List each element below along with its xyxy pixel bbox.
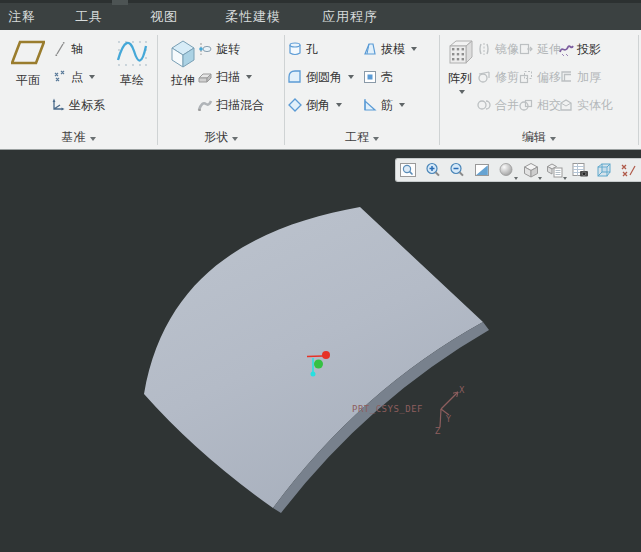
point-label: 点 xyxy=(71,69,83,86)
axis-x-label: X xyxy=(459,386,465,395)
group-expand-arrow-icon xyxy=(232,137,238,141)
tab-tools[interactable]: 工具 xyxy=(75,8,103,26)
sweep-icon xyxy=(197,69,213,85)
dropdown-arrow-icon xyxy=(459,90,465,94)
solidify-label: 实体化 xyxy=(577,97,613,114)
group-expand-arrow-icon xyxy=(373,137,379,141)
model-scene: PRT_CSYS_DEF X Y Z xyxy=(0,151,641,552)
sweep-button[interactable]: 扫描 xyxy=(197,66,252,88)
chamfer-label: 倒角 xyxy=(306,97,330,114)
tab-annotate[interactable]: 注释 xyxy=(8,8,36,26)
menu-bar: 注释 工具 视图 柔性建模 应用程序 xyxy=(0,0,641,30)
solidify-button: 实体化 xyxy=(558,94,613,116)
zoom-window-button[interactable] xyxy=(396,159,421,181)
group-expand-arrow-icon xyxy=(550,137,556,141)
thicken-label: 加厚 xyxy=(577,69,601,86)
trim-icon xyxy=(476,69,492,85)
plane-button[interactable]: 平面 xyxy=(6,36,50,87)
pattern-label: 阵列 xyxy=(448,71,472,85)
draft-button[interactable]: 拔模 xyxy=(362,38,417,60)
group-expand-arrow-icon xyxy=(90,137,96,141)
dropdown-arrow-icon xyxy=(89,75,95,79)
merge-button: 合并 xyxy=(476,94,519,116)
revolve-icon xyxy=(197,41,213,57)
dropdown-arrow-icon xyxy=(246,75,252,79)
group-shapes: 拉伸 旋转 扫描 xyxy=(158,30,284,150)
extend-icon xyxy=(518,41,534,57)
revolve-label: 旋转 xyxy=(216,41,240,58)
display-style-button[interactable] xyxy=(519,159,544,181)
graphics-viewport[interactable]: PRT_CSYS_DEF X Y Z xyxy=(0,151,641,552)
chamfer-icon xyxy=(287,97,303,113)
extend-button: 延伸 xyxy=(518,38,561,60)
sketch-label: 草绘 xyxy=(120,73,144,87)
csys-label: 坐标系 xyxy=(69,97,105,114)
axis-label: 轴 xyxy=(71,41,83,58)
pattern-button[interactable]: 阵列 xyxy=(442,36,478,94)
view-manager-icon xyxy=(571,161,589,179)
axis-icon xyxy=(52,41,68,57)
zoom-out-button[interactable] xyxy=(445,159,470,181)
offset-icon xyxy=(518,69,534,85)
dropdown-arrow-icon xyxy=(538,177,542,180)
chamfer-button[interactable]: 倒角 xyxy=(287,94,342,116)
dropdown-arrow-icon xyxy=(348,75,354,79)
tab-view[interactable]: 视图 xyxy=(150,8,178,26)
round-icon xyxy=(287,69,303,85)
project-icon xyxy=(558,41,574,57)
trim-button: 修剪 xyxy=(476,66,519,88)
group-label-engineering[interactable]: 工程 xyxy=(285,129,439,146)
merge-icon xyxy=(476,97,492,113)
group-editing: 阵列 镜像 修剪 xyxy=(440,30,638,150)
hole-button[interactable]: 孔 xyxy=(287,38,318,60)
dropdown-arrow-icon xyxy=(399,103,405,107)
rib-button[interactable]: 筋 xyxy=(362,94,405,116)
point-button[interactable]: 点 xyxy=(52,66,95,88)
offset-button: 偏移 xyxy=(518,66,561,88)
solidify-icon xyxy=(558,97,574,113)
csys-icon xyxy=(50,97,66,113)
draft-icon xyxy=(362,41,378,57)
intersect-button: 相交 xyxy=(518,94,561,116)
dropdown-arrow-icon xyxy=(563,177,567,180)
axis-button[interactable]: 轴 xyxy=(52,38,83,60)
group-datum: 平面 轴 点 xyxy=(0,30,157,150)
dropdown-arrow-icon xyxy=(514,177,518,180)
hole-label: 孔 xyxy=(306,41,318,58)
perspective-button[interactable] xyxy=(592,159,617,181)
group-label-editing[interactable]: 编辑 xyxy=(440,129,638,146)
shell-button[interactable]: 壳 xyxy=(362,66,393,88)
perspective-icon xyxy=(595,161,613,179)
sketch-button[interactable]: 草绘 xyxy=(112,36,152,87)
datum-display-filters-button[interactable] xyxy=(617,159,641,181)
group-label-shapes[interactable]: 形状 xyxy=(158,129,284,146)
csys-name-label[interactable]: PRT_CSYS_DEF xyxy=(352,404,423,414)
shading-style-button[interactable] xyxy=(494,159,519,181)
csys-button[interactable]: 坐标系 xyxy=(50,94,105,116)
mirror-label: 镜像 xyxy=(495,41,519,58)
zoom-window-icon xyxy=(399,161,417,179)
revolve-button[interactable]: 旋转 xyxy=(197,38,240,60)
extrude-icon xyxy=(166,36,200,70)
swept-blend-button[interactable]: 扫描混合 xyxy=(197,94,264,116)
zoom-in-button[interactable] xyxy=(421,159,446,181)
window-top-strip xyxy=(0,0,641,3)
view-toolbar xyxy=(395,158,641,182)
rib-icon xyxy=(362,97,378,113)
intersect-icon xyxy=(518,97,534,113)
tab-flexible-modeling[interactable]: 柔性建模 xyxy=(225,8,281,26)
extrude-label: 拉伸 xyxy=(171,73,195,87)
refit-button[interactable] xyxy=(470,159,495,181)
group-label-datum[interactable]: 基准 xyxy=(0,129,157,146)
view-manager-button[interactable] xyxy=(568,159,593,181)
tab-applications[interactable]: 应用程序 xyxy=(322,8,378,26)
group-engineering: 孔 倒圆角 倒角 拔模 xyxy=(285,30,439,150)
datum-display-filters-icon xyxy=(620,161,638,179)
saved-orientations-button[interactable] xyxy=(543,159,568,181)
round-button[interactable]: 倒圆角 xyxy=(287,66,354,88)
thicken-button: 加厚 xyxy=(558,66,601,88)
merge-label: 合并 xyxy=(495,97,519,114)
project-label: 投影 xyxy=(577,41,601,58)
plane-label: 平面 xyxy=(16,73,40,87)
project-button[interactable]: 投影 xyxy=(558,38,601,60)
